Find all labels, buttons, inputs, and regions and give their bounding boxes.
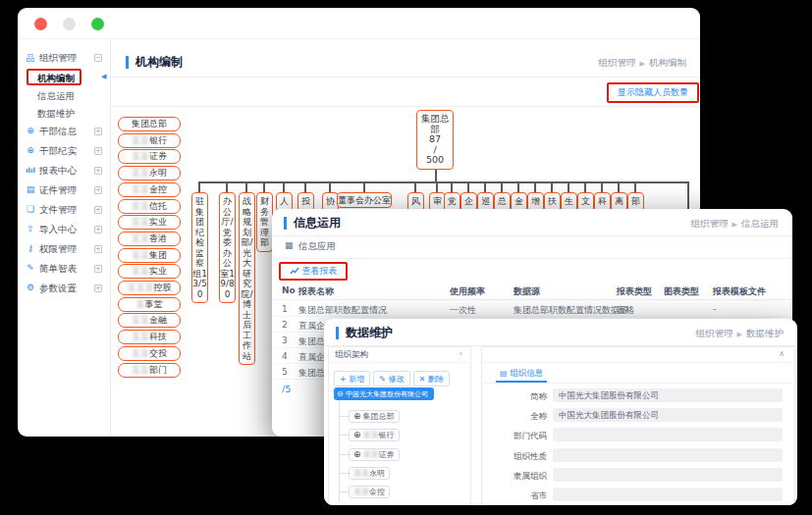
org-list-item[interactable]: 某某集团	[118, 248, 181, 263]
collapse-left-icon[interactable]: ‹	[459, 348, 462, 358]
org-info-form: 简称中国光大集团股份有限公司全称中国光大集团股份有限公司部门代码组织性质隶属组织…	[482, 384, 792, 504]
tree-node[interactable]: ⊕某某证券	[349, 448, 400, 461]
org-list-item[interactable]: 某某信托	[118, 199, 181, 214]
org-node[interactable]: 驻集团纪检监察组13/50	[191, 192, 208, 303]
redacted-text: 某某	[353, 469, 369, 478]
connector-line	[501, 181, 503, 192]
table-header-divider	[272, 299, 792, 300]
plus-circle-icon[interactable]: ⊕	[353, 411, 361, 421]
connector-line	[283, 181, 285, 192]
table-header-cell: 数据源	[514, 285, 540, 298]
redacted-text: 某某某	[128, 283, 154, 292]
redacted-text: 某某	[363, 431, 379, 439]
tree-node[interactable]: 某某永明	[349, 467, 390, 480]
grid-icon: ▦	[285, 240, 294, 250]
table-header-cell: 报表类型	[617, 285, 652, 298]
plus-circle-icon[interactable]: ⊕	[353, 430, 361, 439]
org-node[interactable]: 董事会办公室	[337, 192, 392, 208]
tree-node[interactable]: ⊕集团总部	[349, 410, 400, 423]
table-cell: 4	[282, 351, 288, 361]
form-input-组织性质[interactable]	[553, 448, 783, 462]
form-label: 组织性质	[490, 451, 547, 463]
redacted-text: 某某	[132, 250, 149, 260]
breadcrumb-item[interactable]: 信息运用	[741, 218, 779, 229]
org-list-item[interactable]: 某某银行	[118, 133, 181, 148]
edit-node-button[interactable]: ✎ 修改	[373, 371, 409, 386]
form-input-省市[interactable]	[553, 488, 783, 501]
org-list-item[interactable]: 某某部门	[118, 363, 181, 378]
org-root-name: 集团总部	[417, 114, 453, 134]
form-input-全称[interactable]: 中国光大集团股份有限公司	[553, 408, 783, 422]
org-list-item[interactable]: 某某金融	[118, 313, 181, 328]
plus-circle-icon[interactable]: ⊕	[353, 449, 361, 459]
redacted-text: 某某	[132, 266, 149, 276]
tree-connector-stub	[339, 416, 349, 417]
org-list-item[interactable]: 某某香港	[118, 232, 181, 246]
org-list-item[interactable]: 某某实业	[118, 215, 181, 230]
connector-line	[304, 181, 306, 192]
connector-line	[568, 181, 569, 192]
org-info-panel: ∧ ▤ 组织信息 简称中国光大集团股份有限公司全称中国光大集团股份有限公司部门代…	[481, 346, 795, 505]
page-title: 数据维护	[336, 327, 393, 339]
form-input-简称[interactable]: 中国光大集团股份有限公司	[553, 388, 783, 402]
connector-line	[618, 181, 620, 192]
redacted-text: 某	[136, 299, 145, 309]
breadcrumb-item[interactable]: 组织管理	[696, 328, 733, 338]
tree-node[interactable]: 某某信托	[349, 505, 390, 506]
tree-node[interactable]: ⊕某某银行	[349, 429, 400, 441]
breadcrumb: 组织管理▶信息运用	[691, 218, 779, 231]
table-header-cell: 使用频率	[450, 285, 485, 298]
org-list-item[interactable]: 某某科技	[118, 330, 181, 344]
org-node[interactable]: 战略规划部/光大研究院/博士后工作站	[239, 192, 255, 365]
org-list-item[interactable]: 某某永明	[118, 166, 181, 180]
org-node[interactable]: 财务管理部	[256, 192, 273, 252]
redacted-text: 某某	[363, 450, 379, 459]
connector-line	[226, 181, 228, 192]
org-list-item[interactable]: 某某证券	[118, 149, 181, 164]
org-list-item[interactable]: 某某金控	[118, 182, 181, 197]
data-maintenance-window: 数据维护 组织管理▶数据维护 组织架构 ‹ + 新增✎ 修改✕ 删除 ⊖ 中国光…	[324, 319, 797, 505]
redacted-text: 某某	[353, 488, 369, 496]
org-list-item[interactable]: 某事堂	[118, 297, 181, 312]
page-title: 信息运用	[284, 217, 341, 230]
form-label: 全称	[490, 411, 547, 423]
collapse-up-icon[interactable]: ∧	[779, 349, 785, 358]
org-root-node[interactable]: 集团总部87 / 500	[416, 110, 454, 170]
tree-node[interactable]: 某某金控	[349, 486, 390, 498]
x-icon: ✕	[419, 375, 426, 384]
form-input-部门代码[interactable]	[553, 428, 783, 441]
breadcrumb-item[interactable]: 组织管理	[691, 218, 729, 229]
org-tree: ⊕集团总部⊕某某银行⊕某某证券某某永明某某金控某某信托	[329, 400, 468, 504]
redacted-text: 某某	[132, 184, 149, 194]
org-list-item[interactable]: 某某交投	[118, 346, 181, 361]
redacted-text: 某某	[132, 151, 149, 161]
view-report-button[interactable]: 查看报表	[281, 264, 346, 279]
tree-connector-stub	[339, 435, 349, 436]
add-node-button[interactable]: + 新增	[334, 371, 370, 386]
form-label: 省市	[490, 490, 547, 502]
annotation-highlight: 查看报表	[279, 262, 348, 281]
tree-root-node[interactable]: ⊖ 中国光大集团股份有限公司	[334, 387, 434, 400]
breadcrumb-separator: ▶	[732, 221, 737, 229]
desktop: { "titlebar": { "dots": ["#fb5c53", "#e3…	[0, 0, 812, 515]
tree-toolbar: + 新增✎ 修改✕ 删除	[334, 367, 453, 386]
breadcrumb-item[interactable]: 数据维护	[746, 328, 784, 338]
org-node[interactable]: 办公厅/党委办公室19/80	[219, 192, 236, 303]
org-list-item[interactable]: 集团总部	[118, 117, 181, 131]
redacted-text: 某某	[132, 348, 149, 358]
org-list-item[interactable]: 某某某控股	[118, 281, 181, 295]
form-input-隶属组织[interactable]	[553, 468, 783, 482]
org-list-item[interactable]: 某某实业	[118, 264, 181, 279]
section-title: 信息应用	[298, 240, 336, 253]
page-header: 信息运用 组织管理▶信息运用	[272, 209, 792, 236]
tab-org-info[interactable]: ▤ 组织信息	[496, 366, 547, 383]
table-header-cell: No	[282, 285, 296, 295]
table-cell: -	[713, 304, 716, 314]
pagination[interactable]: /5	[282, 384, 291, 394]
table-header-cell: 报表名称	[298, 285, 334, 298]
table-row[interactable]: 1集团总部职数配置情况一次性集团总部职数配置情况数据源表格-	[272, 301, 792, 317]
delete-node-button[interactable]: ✕ 删除	[413, 371, 450, 386]
minus-circle-icon: ⊖	[337, 389, 344, 398]
panel-header: 组织架构 ‹	[329, 347, 468, 363]
tree-connector-stub	[339, 454, 349, 455]
